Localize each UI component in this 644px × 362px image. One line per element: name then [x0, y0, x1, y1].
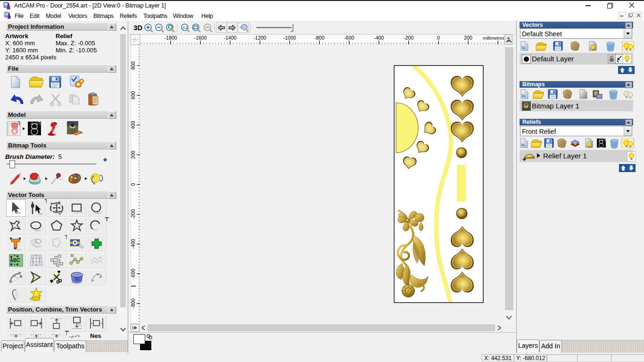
svg-text:millimetres: millimetres [483, 35, 504, 41]
svg-text:200: 200 [131, 150, 136, 159]
svg-text:0: 0 [131, 183, 136, 186]
svg-text:-200: -200 [131, 209, 136, 219]
svg-text:-600: -600 [131, 269, 136, 279]
svg-text:800: 800 [131, 61, 136, 70]
svg-text:400: 400 [131, 121, 136, 129]
svg-text:ABC: ABC [10, 258, 20, 263]
svg-text:-800: -800 [131, 298, 136, 308]
svg-text:1:1: 1:1 [183, 26, 188, 29]
svg-text:-400: -400 [131, 239, 136, 249]
svg-text:600: 600 [131, 91, 136, 99]
